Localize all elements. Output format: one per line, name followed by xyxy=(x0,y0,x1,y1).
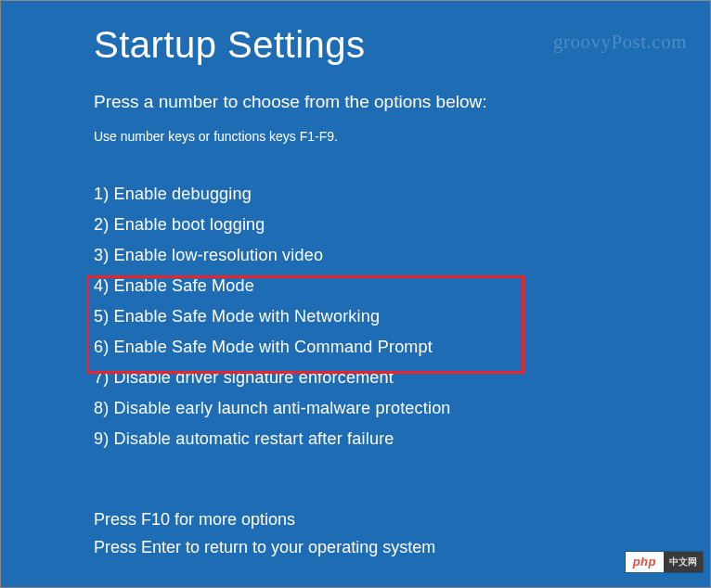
startup-settings-screen: Startup Settings Press a number to choos… xyxy=(0,0,711,588)
watermark-groovypost: groovyPost.com xyxy=(553,31,687,54)
option-7-disable-driver-sig[interactable]: 7) Disable driver signature enforcement xyxy=(94,363,654,393)
footer-enter-hint: Press Enter to return to your operating … xyxy=(94,533,435,561)
option-6-safe-mode-cmd[interactable]: 6) Enable Safe Mode with Command Prompt xyxy=(94,332,654,363)
option-9-disable-auto-restart[interactable]: 9) Disable automatic restart after failu… xyxy=(94,424,654,454)
watermark-php: php 中文网 xyxy=(626,552,703,572)
content-area: Startup Settings Press a number to choos… xyxy=(1,24,710,454)
option-3-low-res-video[interactable]: 3) Enable low-resolution video xyxy=(94,240,654,271)
footer-f10-hint: Press F10 for more options xyxy=(94,505,435,533)
key-hint-text: Use number keys or functions keys F1-F9. xyxy=(94,129,654,144)
option-2-boot-logging[interactable]: 2) Enable boot logging xyxy=(94,210,654,240)
footer-instructions: Press F10 for more options Press Enter t… xyxy=(94,505,435,561)
watermark-php-right: 中文网 xyxy=(664,552,703,572)
options-list: 1) Enable debugging 2) Enable boot loggi… xyxy=(94,179,654,454)
instruction-text: Press a number to choose from the option… xyxy=(94,92,654,112)
option-4-safe-mode[interactable]: 4) Enable Safe Mode xyxy=(94,271,654,301)
option-8-disable-anti-malware[interactable]: 8) Disable early launch anti-malware pro… xyxy=(94,393,654,424)
watermark-php-left: php xyxy=(626,552,664,572)
option-1-debugging[interactable]: 1) Enable debugging xyxy=(94,179,654,210)
option-5-safe-mode-networking[interactable]: 5) Enable Safe Mode with Networking xyxy=(94,301,654,332)
